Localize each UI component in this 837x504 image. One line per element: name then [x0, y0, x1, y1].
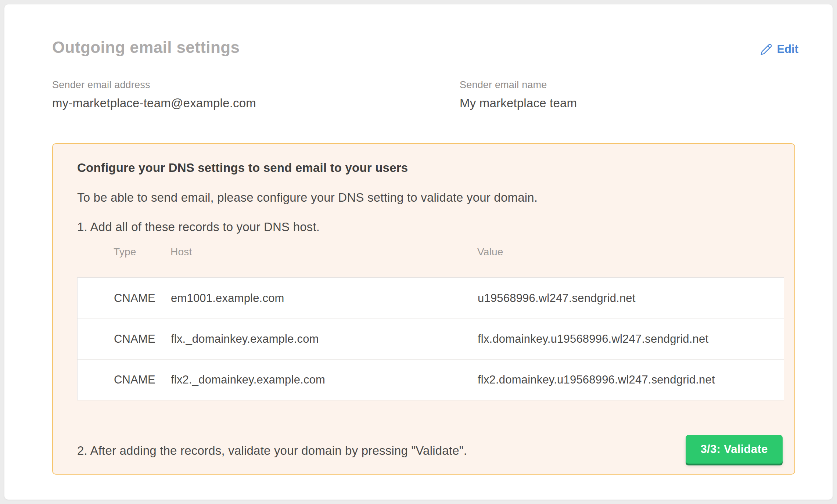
sender-email-field: Sender email address my-marketplace-team…	[52, 79, 256, 110]
dns-value-cell: flx.domainkey.u19568996.wl247.sendgrid.n…	[478, 332, 784, 346]
dns-config-panel: Configure your DNS settings to send emai…	[52, 143, 795, 475]
column-header-type: Type	[77, 246, 170, 258]
sender-name-label: Sender email name	[460, 79, 577, 91]
sender-name-value: My marketplace team	[460, 96, 577, 110]
page-title: Outgoing email settings	[52, 38, 240, 57]
dns-value-cell: flx2.domainkey.u19568996.wl247.sendgrid.…	[478, 373, 784, 386]
dns-panel-heading: Configure your DNS settings to send emai…	[77, 161, 408, 175]
dns-panel-description: To be able to send email, please configu…	[77, 191, 538, 205]
edit-button[interactable]: Edit	[760, 43, 798, 56]
dns-host-cell: flx2._domainkey.example.com	[171, 373, 478, 386]
sender-email-label: Sender email address	[52, 79, 256, 91]
sender-email-value: my-marketplace-team@example.com	[52, 96, 256, 110]
dns-type-cell: CNAME	[78, 292, 171, 305]
dns-step-1: 1. Add all of these records to your DNS …	[77, 220, 320, 234]
table-row: CNAMEem1001.example.comu19568996.wl247.s…	[78, 278, 784, 318]
dns-value-cell: u19568996.wl247.sendgrid.net	[478, 292, 784, 305]
column-header-host: Host	[170, 246, 477, 258]
table-row: CNAMEflx2._domainkey.example.comflx2.dom…	[78, 359, 784, 400]
dns-table-header: Type Host Value	[77, 246, 784, 258]
dns-step-2: 2. After adding the records, validate yo…	[77, 444, 467, 458]
edit-label: Edit	[777, 43, 798, 56]
validate-button[interactable]: 3/3: Validate	[686, 435, 783, 464]
pencil-icon	[760, 43, 772, 55]
table-row: CNAMEflx._domainkey.example.comflx.domai…	[78, 318, 784, 359]
settings-card: Outgoing email settings Edit Sender emai…	[4, 4, 833, 500]
column-header-value: Value	[477, 246, 784, 258]
dns-type-cell: CNAME	[78, 373, 171, 386]
dns-host-cell: em1001.example.com	[171, 292, 478, 305]
dns-host-cell: flx._domainkey.example.com	[171, 332, 478, 346]
dns-type-cell: CNAME	[78, 332, 171, 346]
sender-name-field: Sender email name My marketplace team	[460, 79, 577, 110]
dns-records-table: CNAMEem1001.example.comu19568996.wl247.s…	[77, 277, 784, 400]
